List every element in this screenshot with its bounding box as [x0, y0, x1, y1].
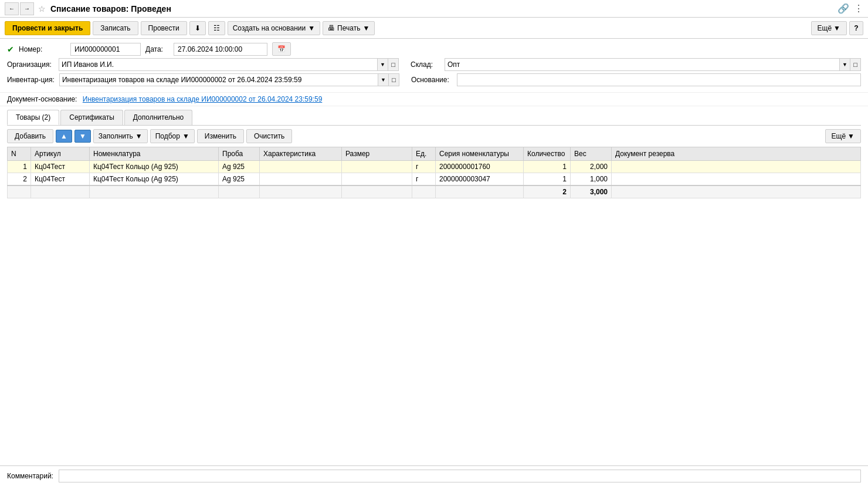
inventory-field[interactable]	[60, 74, 378, 86]
footer-doc-reserve	[612, 185, 861, 198]
move-down-button[interactable]: ▼	[74, 130, 91, 143]
print-button[interactable]: 🖶 Печать ▼	[323, 21, 375, 35]
date-label: Дата:	[145, 45, 169, 53]
table-button[interactable]: ☷	[208, 21, 225, 35]
col-article: Артикул	[31, 147, 90, 161]
clear-button[interactable]: Очистить	[246, 129, 292, 143]
cell-unit: г	[412, 161, 436, 173]
comment-field[interactable]	[59, 470, 861, 482]
col-n: N	[8, 147, 31, 161]
menu-icon-button[interactable]: ⋮	[854, 3, 863, 14]
footer-n	[8, 185, 31, 198]
footer-article	[31, 185, 90, 198]
help-button[interactable]: ?	[849, 21, 863, 35]
page-title: Списание товаров: Проведен	[50, 4, 838, 14]
link-icon-button[interactable]: 🔗	[838, 3, 849, 14]
org-open-button[interactable]: □	[388, 59, 398, 70]
table-more-button[interactable]: Ещё ▼	[825, 129, 861, 143]
col-quantity: Количество	[524, 147, 571, 161]
org-dropdown-button[interactable]: ▼	[377, 59, 388, 70]
post-close-button[interactable]: Провести и закрыть	[5, 21, 90, 35]
basis-field[interactable]	[457, 74, 860, 86]
cell-series: 2000000003047	[436, 173, 524, 186]
doc-basis-label: Документ-основание:	[7, 95, 77, 103]
dropdown-arrow-icon: ▼	[308, 24, 315, 32]
save-button[interactable]: Записать	[93, 21, 138, 35]
col-characteristic: Характеристика	[260, 147, 342, 161]
footer-sample	[219, 185, 260, 198]
select-arrow-icon: ▼	[182, 132, 189, 140]
tab-goods[interactable]: Товары (2)	[7, 110, 59, 125]
warehouse-field[interactable]	[445, 59, 839, 70]
cell-sample: Ag 925	[219, 161, 260, 173]
cell-quantity: 1	[524, 161, 571, 173]
basis-label: Основание:	[411, 76, 452, 84]
warehouse-dropdown-button[interactable]: ▼	[839, 59, 850, 70]
col-sample: Проба	[219, 147, 260, 161]
inventory-label: Инвентар-ция:	[7, 76, 55, 84]
print-dropdown-arrow-icon: ▼	[362, 24, 369, 32]
cell-unit: г	[412, 173, 436, 186]
table-row[interactable]: 1Кц04ТестКц04Тест Кольцо (Ag 925)Ag 925г…	[8, 161, 861, 173]
more-button[interactable]: Ещё ▼	[811, 21, 847, 35]
more-arrow-icon: ▼	[833, 24, 840, 32]
inventory-dropdown-button[interactable]: ▼	[378, 74, 388, 86]
status-icon: ✔	[7, 45, 14, 54]
select-button[interactable]: Подбор ▼	[150, 129, 195, 143]
date-field[interactable]	[174, 43, 267, 56]
cell-sample: Ag 925	[219, 173, 260, 186]
cell-characteristic	[260, 161, 342, 173]
comment-label: Комментарий:	[7, 472, 54, 480]
cell-quantity: 1	[524, 173, 571, 186]
footer-characteristic	[260, 185, 342, 198]
tab-additional[interactable]: Дополнительно	[124, 110, 192, 125]
footer-unit	[412, 185, 436, 198]
cell-article: Кц04Тест	[31, 173, 90, 186]
inventory-open-button[interactable]: □	[388, 74, 399, 86]
cell-series: 2000000001760	[436, 161, 524, 173]
move-up-button[interactable]: ▲	[56, 130, 72, 143]
add-button[interactable]: Добавить	[7, 129, 53, 143]
back-button[interactable]: ←	[5, 2, 19, 15]
tab-certificates[interactable]: Сертификаты	[60, 110, 123, 125]
calendar-button[interactable]: 📅	[272, 42, 291, 56]
footer-nomenclature	[90, 185, 219, 198]
print-icon: 🖶	[328, 24, 335, 32]
org-field[interactable]	[59, 59, 377, 70]
cell-doc-reserve	[612, 173, 861, 186]
cell-n: 2	[8, 173, 31, 186]
table-row[interactable]: 2Кц04ТестКц04Тест Кольцо (Ag 925)Ag 925г…	[8, 173, 861, 186]
cell-nomenclature: Кц04Тест Кольцо (Ag 925)	[90, 161, 219, 173]
forward-button[interactable]: →	[20, 2, 34, 15]
cell-size	[342, 161, 412, 173]
col-size: Размер	[342, 147, 412, 161]
footer-size	[342, 185, 412, 198]
favorite-button[interactable]: ☆	[35, 2, 48, 15]
number-label: Номер:	[19, 45, 66, 53]
cell-size	[342, 173, 412, 186]
table-more-arrow-icon: ▼	[847, 132, 855, 140]
cell-doc-reserve	[612, 161, 861, 173]
col-doc-reserve: Документ резерва	[612, 147, 861, 161]
fill-arrow-icon: ▼	[135, 132, 143, 140]
cell-characteristic	[260, 173, 342, 186]
fill-button[interactable]: Заполнить ▼	[93, 129, 148, 143]
warehouse-open-button[interactable]: □	[850, 59, 860, 70]
post-button[interactable]: Провести	[141, 21, 187, 35]
footer-quantity: 2	[524, 185, 571, 198]
col-series: Серия номенклатуры	[436, 147, 524, 161]
cell-n: 1	[8, 161, 31, 173]
number-field[interactable]	[70, 43, 141, 56]
warehouse-label: Склад:	[411, 60, 440, 69]
upload-button[interactable]: ⬇	[189, 21, 206, 35]
change-button[interactable]: Изменить	[197, 129, 244, 143]
col-nomenclature: Номенклатура	[90, 147, 219, 161]
col-unit: Ед.	[412, 147, 436, 161]
col-weight: Вес	[571, 147, 612, 161]
doc-basis-link[interactable]: Инвентаризация товаров на складе ИИ00000…	[83, 95, 323, 103]
org-label: Организация:	[7, 60, 54, 69]
footer-series	[436, 185, 524, 198]
cell-weight: 2,000	[571, 161, 612, 173]
create-basis-button[interactable]: Создать на основании ▼	[228, 21, 320, 35]
footer-weight: 3,000	[571, 185, 612, 198]
